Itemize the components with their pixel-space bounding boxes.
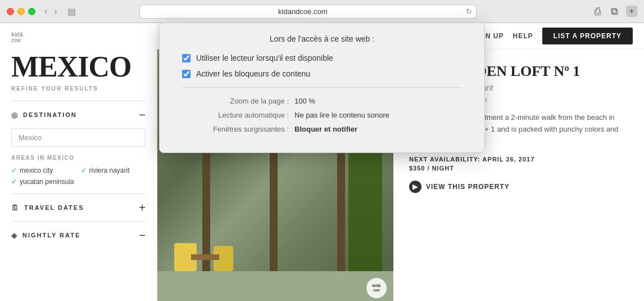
traffic-lights	[7, 8, 35, 15]
travel-dates-filter-header[interactable]: 🗓 TRAVEL DATES +	[11, 202, 146, 213]
area-check-icon: ✓	[11, 178, 17, 186]
area-item-riviera-nayarit[interactable]: ✓ riviera nayarit	[81, 167, 146, 174]
view-property-button[interactable]: ▶ VIEW THIS PROPERTY	[409, 181, 510, 193]
destination-input[interactable]	[11, 128, 146, 147]
areas-label: AREAS IN MEXICO	[11, 155, 146, 161]
help-link[interactable]: HELP	[513, 32, 533, 40]
destination-filter-title: ◎ DESTINATION	[11, 111, 77, 119]
back-button[interactable]: ‹	[42, 5, 49, 17]
popup-title: Lors de l'accès à ce site web :	[182, 34, 462, 43]
view-property-label: VIEW THIS PROPERTY	[426, 183, 510, 191]
area-label-riviera-nayarit: riviera nayarit	[89, 167, 130, 174]
destination-icon: ◎	[11, 111, 19, 119]
travel-dates-toggle-icon[interactable]: +	[139, 202, 146, 213]
area-item-yucatan[interactable]: ✓ yucatan peninsula	[11, 178, 76, 186]
areas-grid: ✓ mexico city ✓ riviera nayarit ✓ yucata…	[11, 167, 146, 186]
area-check-icon: ✓	[11, 167, 17, 174]
maximize-button[interactable]	[28, 8, 35, 15]
reader-mode-label: Utiliser le lecteur lorsqu'il est dispon…	[196, 53, 333, 62]
sidebar: kid&coe MEXICO REFINE YOUR RESULTS ◎ DES…	[0, 23, 157, 301]
zoom-value: 100 %	[294, 97, 315, 105]
popups-setting-row: Fenêtres surgissantes : Bloquer et notif…	[182, 125, 462, 133]
content-blockers-checkbox[interactable]	[182, 70, 191, 78]
address-bar[interactable]	[139, 5, 477, 19]
minimize-button[interactable]	[17, 8, 25, 15]
property-availability: NEXT AVAILABILITY: APRIL 26, 2017	[409, 156, 628, 163]
logo-text: kid&coe	[11, 32, 146, 43]
new-tab-button[interactable]: +	[626, 6, 637, 17]
view-btn-circle: ▶	[409, 181, 421, 193]
address-bar-wrap: ↻	[139, 5, 477, 19]
nightly-rate-filter-header[interactable]: ◈ NIGHTLY RATE −	[11, 230, 146, 241]
logo: kid&coe	[11, 32, 146, 43]
popup-divider	[182, 87, 462, 88]
area-check-icon: ✓	[81, 167, 87, 174]
destination-filter-body: AREAS IN MEXICO ✓ mexico city ✓ riviera …	[11, 128, 146, 186]
travel-dates-label: TRAVEL DATES	[24, 204, 84, 211]
forward-button[interactable]: ›	[52, 5, 59, 17]
area-label-yucatan: yucatan peninsula	[20, 178, 74, 186]
area-label-mexico-city: mexico city	[20, 167, 53, 174]
badge-text: kid&coe	[372, 284, 380, 293]
autoplay-key: Lecture automatique :	[182, 111, 294, 119]
zoom-key: Zoom de la page :	[182, 97, 294, 105]
autoplay-value: Ne pas lire le contenu sonore	[294, 111, 389, 119]
travel-dates-filter-title: 🗓 TRAVEL DATES	[11, 204, 84, 212]
list-property-button[interactable]: LIST A PROPERTY	[542, 28, 633, 44]
nightly-rate-label: NIGHTLY RATE	[22, 232, 80, 239]
content-blockers-label: Activer les bloqueurs de contenu	[196, 69, 310, 78]
popups-key: Fenêtres surgissantes :	[182, 125, 294, 133]
autoplay-setting-row: Lecture automatique : Ne pas lire le con…	[182, 111, 462, 119]
toolbar-right: ⎙ ⧉ +	[592, 5, 637, 19]
refine-label: REFINE YOUR RESULTS	[11, 86, 146, 92]
nightly-rate-toggle-icon[interactable]: −	[139, 230, 146, 241]
nightly-rate-filter: ◈ NIGHTLY RATE −	[11, 221, 146, 249]
tabs-button[interactable]: ⧉	[609, 5, 620, 19]
browser-chrome: ‹ › ▤ ↻ ⎙ ⧉ +	[0, 0, 644, 23]
destination-filter: ◎ DESTINATION − AREAS IN MEXICO ✓ mexico…	[11, 101, 146, 194]
popups-value: Bloquer et notifier	[294, 125, 357, 133]
property-badge: kid&coe	[366, 278, 387, 298]
title-bar: ‹ › ▤ ↻ ⎙ ⧉ +	[0, 0, 644, 23]
floor	[157, 271, 393, 301]
travel-dates-filter: 🗓 TRAVEL DATES +	[11, 194, 146, 221]
calendar-icon: 🗓	[11, 204, 20, 212]
rate-icon: ◈	[11, 231, 18, 240]
page-title: MEXICO	[11, 50, 146, 83]
area-item-mexico-city[interactable]: ✓ mexico city	[11, 167, 76, 174]
reload-button[interactable]: ↻	[466, 7, 472, 16]
nightly-rate-filter-title: ◈ NIGHTLY RATE	[11, 231, 80, 240]
zoom-setting-row: Zoom de la page : 100 %	[182, 97, 462, 105]
close-button[interactable]	[7, 8, 14, 15]
site-settings-popup: Lors de l'accès à ce site web : Utiliser…	[159, 23, 485, 153]
content-blockers-row: Activer les bloqueurs de contenu	[182, 69, 462, 78]
nav-buttons: ‹ ›	[42, 5, 60, 17]
property-price: $350 / NIGHT	[409, 165, 628, 172]
sidebar-toggle-button[interactable]: ▤	[64, 5, 79, 18]
reader-mode-checkbox[interactable]	[182, 54, 191, 62]
share-button[interactable]: ⎙	[592, 5, 603, 19]
destination-toggle-icon[interactable]: −	[139, 109, 146, 120]
view-btn-arrow-icon: ▶	[412, 183, 418, 191]
table	[191, 254, 219, 260]
destination-label: DESTINATION	[23, 111, 77, 118]
reader-mode-row: Utiliser le lecteur lorsqu'il est dispon…	[182, 53, 462, 62]
destination-filter-header[interactable]: ◎ DESTINATION −	[11, 109, 146, 120]
